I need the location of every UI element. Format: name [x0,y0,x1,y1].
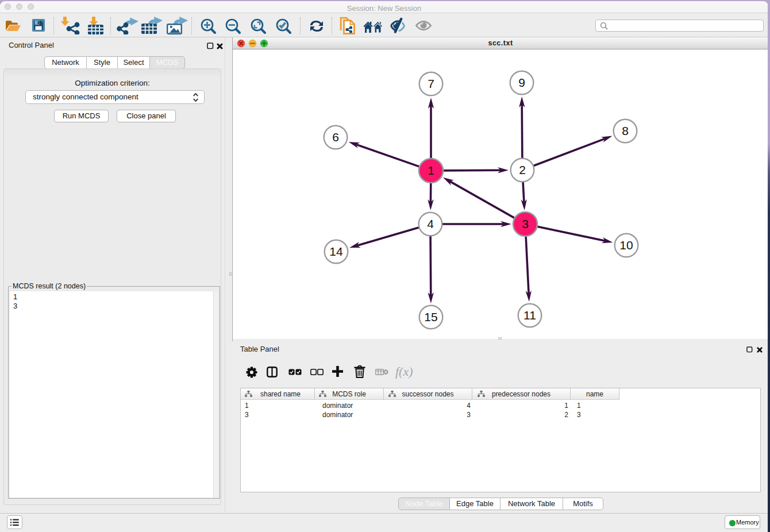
svg-text:14: 14 [329,245,343,258]
svg-text:10: 10 [619,238,633,252]
svg-text:9: 9 [518,76,525,89]
svg-text:7: 7 [428,77,434,90]
svg-text:2: 2 [519,163,526,176]
svg-text:4: 4 [427,217,434,230]
svg-text:3: 3 [522,217,529,230]
svg-text:6: 6 [332,130,339,144]
svg-text:8: 8 [622,124,629,137]
svg-text:11: 11 [523,309,536,322]
svg-text:1: 1 [428,164,434,177]
svg-text:15: 15 [424,310,437,323]
